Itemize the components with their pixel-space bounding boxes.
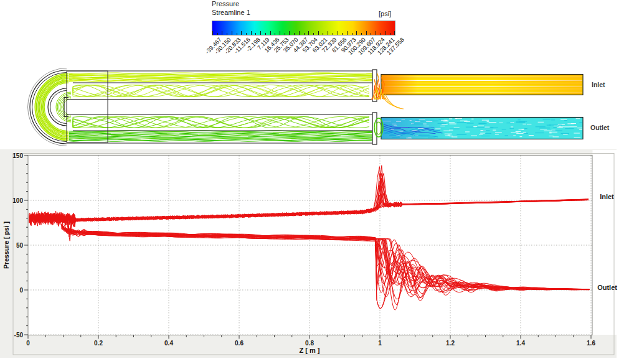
chart-annotation-outlet: Outlet [597, 284, 617, 291]
y-axis-title: Pressure [ psi ] [2, 222, 10, 269]
chart-annotation-inlet: Inlet [600, 193, 614, 200]
svg-text:0: 0 [19, 287, 23, 294]
svg-text:0.2: 0.2 [94, 340, 103, 347]
chart-root: 00.20.40.60.811.21.41.6150100500-50Z [ m… [0, 149, 617, 358]
svg-text:0.4: 0.4 [164, 340, 173, 347]
svg-text:1: 1 [378, 340, 382, 347]
svg-text:50: 50 [16, 242, 24, 249]
svg-text:1.4: 1.4 [516, 340, 525, 347]
x-axis-title: Z [ m ] [300, 347, 320, 354]
pressure-chart[interactable]: 00.20.40.60.811.21.41.6150100500-50Z [ m… [0, 0, 629, 364]
svg-text:-50: -50 [14, 332, 24, 338]
svg-text:0: 0 [26, 340, 30, 347]
svg-text:0.8: 0.8 [305, 340, 314, 347]
svg-text:1.2: 1.2 [446, 340, 455, 347]
cfd-post-viewer: Pressure Streamline 1 [psi] -39.467-30.1… [0, 0, 629, 364]
svg-text:1.6: 1.6 [587, 340, 595, 347]
svg-text:100: 100 [12, 197, 23, 204]
svg-text:0.6: 0.6 [235, 340, 244, 347]
svg-text:150: 150 [12, 152, 23, 159]
